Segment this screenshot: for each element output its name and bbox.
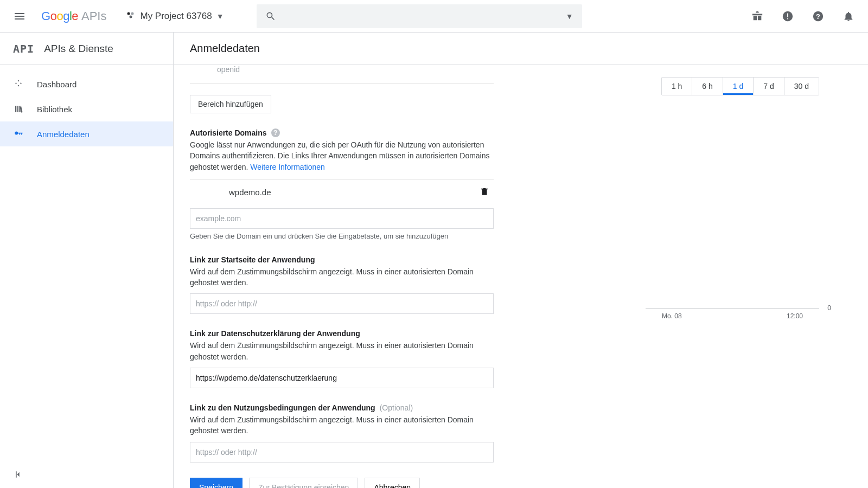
home-link-desc: Wird auf dem Zustimmungsbildschirm angez… (190, 266, 494, 288)
page-title: Anmeldedaten (174, 33, 868, 65)
search-dropdown-icon[interactable]: ▼ (566, 12, 573, 21)
sidebar-item-credentials[interactable]: Anmeldedaten (0, 121, 173, 146)
key-icon (13, 129, 24, 139)
optional-tag: (Optional) (380, 403, 413, 412)
form-column: openid Bereich hinzufügen Autorisierte D… (190, 65, 494, 472)
privacy-link-title: Link zur Datenschutzerklärung der Anwend… (190, 329, 494, 338)
axis-label-right: 12:00 (787, 312, 803, 320)
sidebar-item-label: Anmeldedaten (37, 130, 90, 139)
cancel-button[interactable]: Abbrechen (365, 478, 420, 488)
home-link-input[interactable] (190, 293, 494, 314)
apis-logo-text: APIs (81, 9, 106, 23)
svg-text:?: ? (816, 12, 820, 20)
terms-link-desc: Wird auf dem Zustimmungsbildschirm angez… (190, 414, 494, 436)
notifications-icon[interactable] (835, 3, 861, 29)
project-name: My Project 63768 (140, 11, 212, 22)
domain-value: wpdemo.de (229, 188, 271, 197)
sidebar-item-label: Bibliothek (37, 105, 72, 114)
time-seg-6h[interactable]: 6 h (692, 78, 723, 95)
dashboard-icon (13, 79, 24, 89)
google-logo-text: Google (41, 9, 78, 23)
collapse-sidebar-icon[interactable] (13, 469, 24, 481)
app-header: Google APIs My Project 63768 ▼ ▼ ? (0, 0, 868, 33)
time-seg-1h[interactable]: 1 h (662, 78, 692, 95)
help-icon[interactable]: ? (805, 3, 831, 29)
privacy-link-input[interactable] (190, 368, 494, 388)
submit-verification-button[interactable]: Zur Bestätigung einreichen (249, 478, 358, 488)
authorized-domains-desc: Google lässt nur Anwendungen zu, die sic… (190, 139, 494, 172)
domain-row: wpdemo.de (190, 179, 494, 205)
search-input[interactable] (283, 11, 559, 21)
project-picker[interactable]: My Project 63768 ▼ (119, 7, 230, 26)
search-bar[interactable]: ▼ (257, 4, 582, 28)
svg-rect-5 (787, 18, 788, 19)
axis-label-left: Mo. 08 (662, 312, 682, 320)
svg-point-2 (130, 15, 132, 18)
time-seg-7d[interactable]: 7 d (754, 78, 784, 95)
save-button[interactable]: Speichern (190, 478, 242, 488)
svg-point-0 (127, 12, 130, 15)
search-icon (265, 11, 276, 22)
terms-link-input[interactable] (190, 442, 494, 463)
project-icon (126, 10, 136, 22)
time-range-picker: 1 h 6 h 1 d 7 d 30 d (661, 77, 819, 95)
sidebar-item-dashboard[interactable]: Dashboard (0, 72, 173, 97)
library-icon (13, 104, 24, 114)
chart-axis: 0 Mo. 08 12:00 (646, 309, 819, 320)
right-column: 1 h 6 h 1 d 7 d 30 d 0 Mo. 08 12:00 (494, 65, 852, 472)
time-seg-30d[interactable]: 30 d (784, 78, 819, 95)
google-apis-logo[interactable]: Google APIs (37, 9, 111, 23)
terms-link-title: Link zu den Nutzungsbedingungen der Anwe… (190, 403, 375, 412)
sidebar-item-label: Dashboard (37, 80, 76, 89)
gift-icon[interactable] (744, 3, 770, 29)
sidebar-title[interactable]: API APIs & Dienste (0, 33, 173, 65)
hamburger-menu-icon[interactable] (7, 3, 33, 29)
sidebar: API APIs & Dienste Dashboard Bibliothek (0, 33, 174, 488)
api-badge: API (13, 42, 34, 55)
help-tooltip-icon[interactable]: ? (271, 129, 280, 137)
chevron-down-icon: ▼ (216, 12, 224, 21)
more-info-link[interactable]: Weitere Informationen (250, 163, 324, 171)
home-link-title: Link zur Startseite der Anwendung (190, 255, 494, 264)
new-domain-hint: Geben Sie die Domain ein und drücken Sie… (190, 232, 494, 240)
alert-icon[interactable] (775, 3, 801, 29)
scope-openid: openid (190, 65, 494, 84)
authorized-domains-title: Autorisierte Domains (190, 129, 267, 137)
svg-point-1 (131, 12, 134, 15)
privacy-link-desc: Wird auf dem Zustimmungsbildschirm angez… (190, 340, 494, 362)
add-scope-button[interactable]: Bereich hinzufügen (190, 95, 271, 113)
svg-rect-4 (787, 13, 788, 17)
time-seg-1d[interactable]: 1 d (723, 78, 754, 95)
new-domain-input[interactable] (190, 208, 494, 229)
trash-icon[interactable] (480, 187, 489, 198)
sidebar-item-library[interactable]: Bibliothek (0, 97, 173, 121)
axis-zero: 0 (827, 304, 831, 312)
sidebar-title-text: APIs & Dienste (44, 43, 113, 55)
